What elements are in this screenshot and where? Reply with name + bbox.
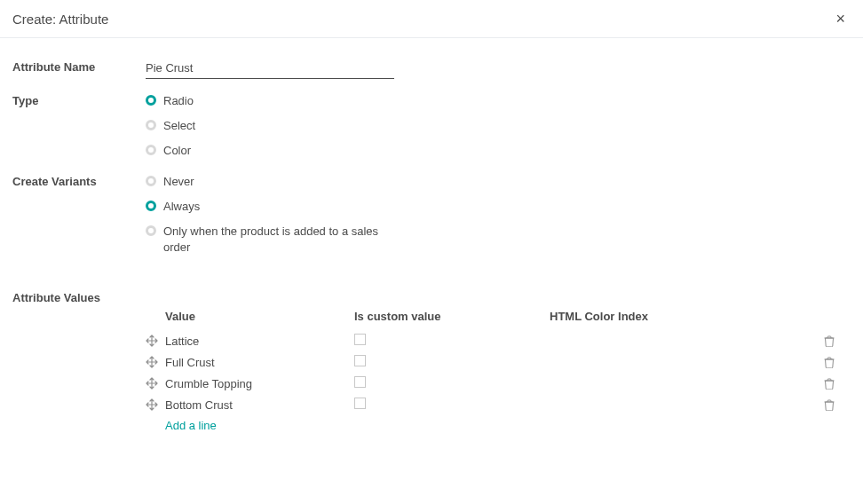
table-header-row: Value Is custom value HTML Color Index <box>146 310 851 323</box>
field-attribute-name-wrap <box>146 59 394 79</box>
delete-row-button[interactable] <box>824 399 851 411</box>
radio-type-select[interactable]: Select <box>146 118 394 134</box>
radio-label: Select <box>163 118 195 134</box>
value-cell[interactable]: Crumble Topping <box>165 377 354 390</box>
radio-variant-only-sales[interactable]: Only when the product is added to a sale… <box>146 224 403 256</box>
radio-label: Never <box>163 174 194 190</box>
radio-dot-icon <box>146 176 156 186</box>
value-cell[interactable]: Bottom Crust <box>165 398 354 412</box>
row-create-variants: Create Variants Never Always Only when t… <box>12 174 851 256</box>
attribute-name-input[interactable] <box>146 59 394 79</box>
custom-cell <box>354 398 550 412</box>
drag-handle-icon[interactable] <box>146 335 165 347</box>
modal-title: Create: Attribute <box>12 12 108 27</box>
is-custom-checkbox[interactable] <box>354 376 366 388</box>
table-row: Lattice <box>146 330 851 351</box>
custom-cell <box>354 355 550 369</box>
close-button[interactable]: × <box>832 11 849 27</box>
radio-dot-icon <box>146 95 156 106</box>
add-line-row: Add a line <box>146 415 851 436</box>
label-type: Type <box>12 93 146 160</box>
value-cell[interactable]: Full Crust <box>165 356 354 369</box>
col-color-header: HTML Color Index <box>550 310 824 323</box>
custom-cell <box>354 334 550 348</box>
radio-variant-never[interactable]: Never <box>146 174 403 190</box>
add-line-link[interactable]: Add a line <box>165 419 217 432</box>
label-attribute-values: Attribute Values <box>12 291 146 304</box>
table-row: Crumble Topping <box>146 373 851 394</box>
type-radio-group: Radio Select Color <box>146 93 394 160</box>
radio-group-type: Radio Select Color <box>146 93 394 160</box>
row-attribute-name: Attribute Name <box>12 59 851 79</box>
col-custom-header: Is custom value <box>354 310 550 323</box>
label-create-variants: Create Variants <box>12 174 146 256</box>
delete-row-button[interactable] <box>824 335 851 347</box>
is-custom-checkbox[interactable] <box>354 398 366 409</box>
is-custom-checkbox[interactable] <box>354 355 366 366</box>
attribute-values-table: Value Is custom value HTML Color Index L… <box>146 310 851 436</box>
drag-handle-icon[interactable] <box>146 356 165 368</box>
label-attribute-name: Attribute Name <box>12 59 146 79</box>
drag-handle-icon[interactable] <box>146 398 165 411</box>
modal-header: Create: Attribute × <box>0 0 863 38</box>
radio-variant-always[interactable]: Always <box>146 199 403 215</box>
radio-label: Color <box>163 143 191 159</box>
custom-cell <box>354 376 550 390</box>
radio-dot-icon <box>146 120 156 130</box>
table-row: Full Crust <box>146 351 851 373</box>
radio-dot-icon <box>146 145 156 155</box>
is-custom-checkbox[interactable] <box>354 334 366 345</box>
delete-row-button[interactable] <box>824 357 851 368</box>
drag-handle-icon[interactable] <box>146 377 165 390</box>
modal-body: Attribute Name Type Radio Select Color <box>0 38 863 450</box>
radio-type-radio[interactable]: Radio <box>146 93 394 109</box>
table-row: Bottom Crust <box>146 394 851 415</box>
radio-label: Only when the product is added to a sale… <box>163 224 403 256</box>
col-value-header: Value <box>165 310 354 323</box>
variants-radio-group-wrap: Never Always Only when the product is ad… <box>146 174 403 256</box>
radio-type-color[interactable]: Color <box>146 143 394 159</box>
row-type: Type Radio Select Color <box>12 93 851 160</box>
value-cell[interactable]: Lattice <box>165 335 354 348</box>
radio-dot-icon <box>146 225 156 236</box>
radio-label: Always <box>163 199 200 215</box>
radio-dot-icon <box>146 201 156 211</box>
delete-row-button[interactable] <box>824 378 851 390</box>
radio-label: Radio <box>163 93 194 109</box>
radio-group-variants: Never Always Only when the product is ad… <box>146 174 403 256</box>
